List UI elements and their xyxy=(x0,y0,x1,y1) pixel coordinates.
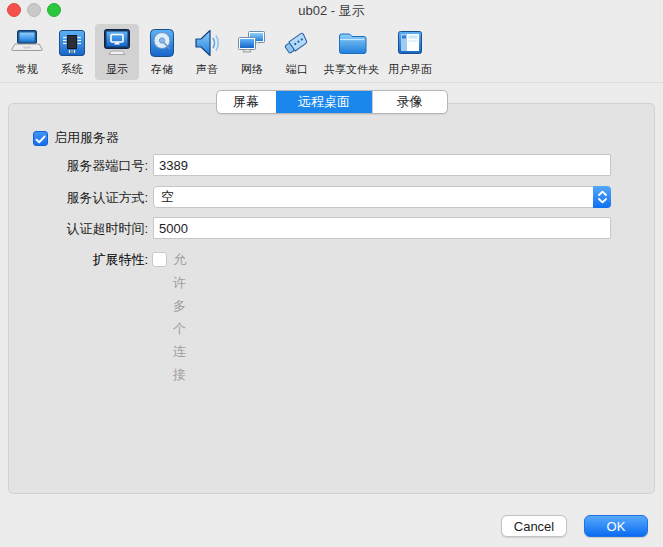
toolbar-item-ports[interactable]: 端口 xyxy=(275,24,319,80)
toolbar-item-storage[interactable]: 存储 xyxy=(140,24,184,80)
user-interface-icon xyxy=(393,26,427,60)
toolbar-label: 端口 xyxy=(286,62,308,77)
extended-features-label: 扩展特性: xyxy=(0,248,148,271)
system-icon xyxy=(55,26,89,60)
settings-toolbar: 常规 系统 显示 存储 xyxy=(0,22,663,83)
storage-icon xyxy=(145,26,179,60)
toolbar-item-audio[interactable]: 声音 xyxy=(185,24,229,80)
tab-screen[interactable]: 屏幕 xyxy=(217,91,276,113)
enable-server-row: 启用服务器 xyxy=(33,129,119,147)
general-icon xyxy=(10,26,44,60)
toolbar-label: 系统 xyxy=(61,62,83,77)
toolbar-label: 声音 xyxy=(196,62,218,77)
server-port-input[interactable] xyxy=(153,154,611,176)
shared-folder-icon xyxy=(335,26,369,60)
toolbar-item-shared-folders[interactable]: 共享文件夹 xyxy=(320,24,383,80)
toolbar-item-display[interactable]: 显示 xyxy=(95,24,139,80)
display-icon xyxy=(100,26,134,60)
enable-server-checkbox[interactable] xyxy=(33,131,48,146)
auth-method-label: 服务认证方式: xyxy=(0,186,148,209)
toolbar-label: 常规 xyxy=(16,62,38,77)
ports-icon xyxy=(280,26,314,60)
window-title: ub02 - 显示 xyxy=(0,0,663,22)
toolbar-label: 用户界面 xyxy=(388,62,432,77)
audio-icon xyxy=(190,26,224,60)
enable-server-label: 启用服务器 xyxy=(54,129,119,147)
toolbar-item-general[interactable]: 常规 xyxy=(5,24,49,80)
toolbar-item-system[interactable]: 系统 xyxy=(50,24,94,80)
auth-method-select[interactable]: 空 xyxy=(153,186,611,208)
titlebar: ub02 - 显示 xyxy=(0,0,663,22)
cancel-button[interactable]: Cancel xyxy=(501,515,567,537)
tab-bar: 屏幕 远程桌面 录像 xyxy=(216,90,448,114)
toolbar-item-network[interactable]: 网络 xyxy=(230,24,274,80)
ok-button[interactable]: OK xyxy=(584,515,648,537)
allow-multiple-connections-label: 允许多个连接 xyxy=(173,248,186,386)
toolbar-label: 显示 xyxy=(106,62,128,77)
toolbar-label: 共享文件夹 xyxy=(324,62,379,77)
toolbar-label: 存储 xyxy=(151,62,173,77)
toolbar-label: 网络 xyxy=(241,62,263,77)
auth-timeout-label: 认证超时时间: xyxy=(0,217,148,240)
chevron-up-down-icon xyxy=(593,186,611,208)
toolbar-item-user-interface[interactable]: 用户界面 xyxy=(384,24,436,80)
allow-multiple-connections-checkbox xyxy=(152,252,167,267)
tab-remote-display[interactable]: 远程桌面 xyxy=(276,91,372,113)
network-icon xyxy=(235,26,269,60)
auth-timeout-input[interactable] xyxy=(153,217,611,239)
server-port-label: 服务器端口号: xyxy=(0,154,148,177)
auth-method-value: 空 xyxy=(161,187,174,207)
tab-recording[interactable]: 录像 xyxy=(372,91,447,113)
check-icon xyxy=(34,133,47,146)
